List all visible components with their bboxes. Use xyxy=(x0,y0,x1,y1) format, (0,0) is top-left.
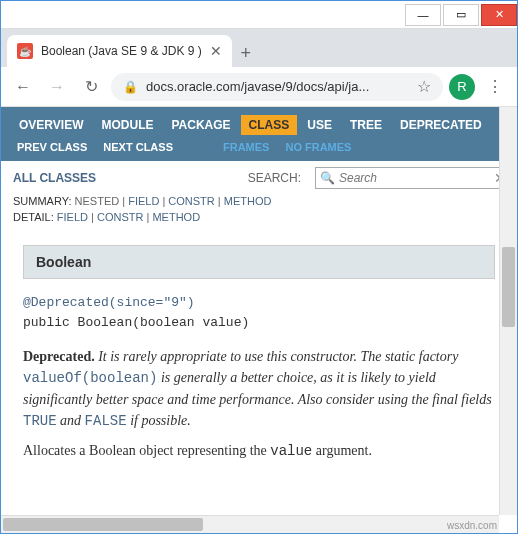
window-minimize-button[interactable]: — xyxy=(405,4,441,26)
deprecation-note: Deprecated. It is rarely appropriate to … xyxy=(23,346,495,432)
desc-text-1: Allocates a Boolean object representing … xyxy=(23,443,270,458)
menu-dots-icon[interactable]: ⋮ xyxy=(481,77,509,96)
deprecated-text-4: if possible. xyxy=(127,413,191,428)
next-class-link[interactable]: NEXT CLASS xyxy=(97,139,179,155)
search-icon: 🔍 xyxy=(320,171,335,185)
member-header: Boolean xyxy=(23,245,495,279)
forward-button[interactable]: → xyxy=(43,73,71,101)
scrollbar-thumb[interactable] xyxy=(502,247,515,327)
browser-window: — ▭ ✕ ☕ Boolean (Java SE 9 & JDK 9 ) ✕ +… xyxy=(0,0,518,534)
nav-class[interactable]: CLASS xyxy=(241,115,298,135)
frames-link[interactable]: FRAMES xyxy=(217,139,275,155)
oracle-favicon-icon: ☕ xyxy=(17,43,33,59)
window-close-button[interactable]: ✕ xyxy=(481,4,517,26)
nav-module[interactable]: MODULE xyxy=(93,115,161,135)
scrollbar-thumb[interactable] xyxy=(3,518,203,531)
prev-class-link[interactable]: PREV CLASS xyxy=(11,139,93,155)
tab-title: Boolean (Java SE 9 & JDK 9 ) xyxy=(41,44,202,58)
lock-icon: 🔒 xyxy=(123,80,138,94)
url-box[interactable]: 🔒 docs.oracle.com/javase/9/docs/api/ja..… xyxy=(111,73,443,101)
javadoc-sub-nav: ALL CLASSES SEARCH: 🔍 ✕ SUMMARY: NESTED … xyxy=(1,161,517,231)
nav-deprecated[interactable]: DEPRECATED xyxy=(392,115,490,135)
detail-row: DETAIL: FIELD | CONSTR | METHOD xyxy=(13,209,505,225)
deprecated-annotation: @Deprecated(since="9") xyxy=(23,295,195,310)
url-text: docs.oracle.com/javase/9/docs/api/ja... xyxy=(146,79,409,94)
all-classes-link[interactable]: ALL CLASSES xyxy=(13,171,96,185)
doc-body: Boolean @Deprecated(since="9") public Bo… xyxy=(1,231,517,476)
browser-tab[interactable]: ☕ Boolean (Java SE 9 & JDK 9 ) ✕ xyxy=(7,35,232,67)
desc-code-value: value xyxy=(270,443,312,459)
summary-nested: NESTED xyxy=(75,195,120,207)
no-frames-link[interactable]: NO FRAMES xyxy=(279,139,357,155)
nav-package[interactable]: PACKAGE xyxy=(163,115,238,135)
signature-block: @Deprecated(since="9") public Boolean(bo… xyxy=(23,293,495,332)
detail-label: DETAIL: xyxy=(13,211,54,223)
bookmark-star-icon[interactable]: ☆ xyxy=(417,77,431,96)
horizontal-scrollbar[interactable] xyxy=(1,515,499,533)
summary-label: SUMMARY: xyxy=(13,195,71,207)
constructor-signature: public Boolean(boolean value) xyxy=(23,315,249,330)
detail-field-link[interactable]: FIELD xyxy=(57,211,88,223)
summary-constr-link[interactable]: CONSTR xyxy=(168,195,214,207)
deprecated-heading: Deprecated. xyxy=(23,349,95,364)
nav-overview[interactable]: OVERVIEW xyxy=(11,115,91,135)
address-bar: ← → ↻ 🔒 docs.oracle.com/javase/9/docs/ap… xyxy=(1,67,517,107)
back-button[interactable]: ← xyxy=(9,73,37,101)
nav-primary-row: OVERVIEW MODULE PACKAGE CLASS USE TREE D… xyxy=(11,115,507,135)
search-input[interactable] xyxy=(339,171,490,185)
page-content: OVERVIEW MODULE PACKAGE CLASS USE TREE D… xyxy=(1,107,517,533)
new-tab-button[interactable]: + xyxy=(232,39,260,67)
vertical-scrollbar[interactable] xyxy=(499,107,517,515)
tab-close-icon[interactable]: ✕ xyxy=(210,43,222,59)
reload-button[interactable]: ↻ xyxy=(77,73,105,101)
nav-tree[interactable]: TREE xyxy=(342,115,390,135)
search-label: SEARCH: xyxy=(248,171,301,185)
detail-constr-link[interactable]: CONSTR xyxy=(97,211,143,223)
deprecated-text-3: and xyxy=(57,413,85,428)
true-link[interactable]: TRUE xyxy=(23,413,57,429)
detail-method-link[interactable]: METHOD xyxy=(152,211,200,223)
summary-method-link[interactable]: METHOD xyxy=(224,195,272,207)
valueof-link[interactable]: valueOf(boolean) xyxy=(23,370,157,386)
description: Allocates a Boolean object representing … xyxy=(23,440,495,462)
desc-text-2: argument. xyxy=(312,443,372,458)
false-link[interactable]: FALSE xyxy=(85,413,127,429)
window-titlebar: — ▭ ✕ xyxy=(1,1,517,29)
profile-avatar[interactable]: R xyxy=(449,74,475,100)
javadoc-top-nav: OVERVIEW MODULE PACKAGE CLASS USE TREE D… xyxy=(1,107,517,161)
summary-row: SUMMARY: NESTED | FIELD | CONSTR | METHO… xyxy=(13,193,505,209)
nav-use[interactable]: USE xyxy=(299,115,340,135)
tab-bar: ☕ Boolean (Java SE 9 & JDK 9 ) ✕ + xyxy=(1,29,517,67)
window-maximize-button[interactable]: ▭ xyxy=(443,4,479,26)
watermark: wsxdn.com xyxy=(447,520,497,531)
nav-secondary-row: PREV CLASS NEXT CLASS FRAMES NO FRAMES xyxy=(11,135,507,157)
summary-field-link[interactable]: FIELD xyxy=(128,195,159,207)
deprecated-text-1: It is rarely appropriate to use this con… xyxy=(95,349,459,364)
search-box[interactable]: 🔍 ✕ xyxy=(315,167,505,189)
